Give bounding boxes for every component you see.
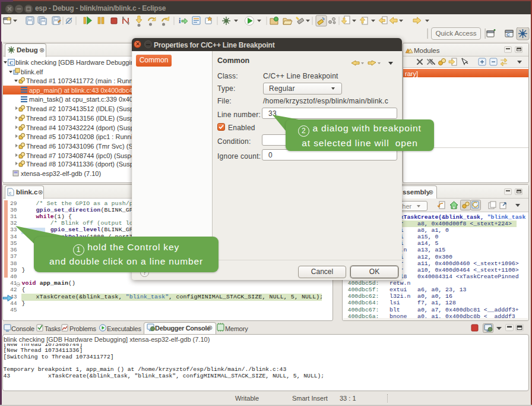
svg-text:c: c xyxy=(9,190,11,196)
svg-text:C: C xyxy=(10,60,14,66)
svg-text:i: i xyxy=(179,17,181,25)
svg-text:C: C xyxy=(506,32,510,37)
